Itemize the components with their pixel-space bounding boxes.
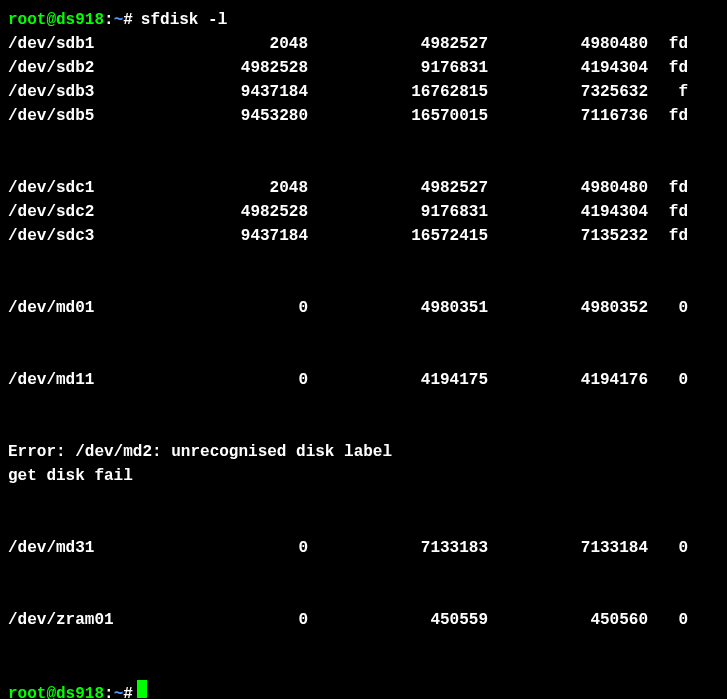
end-sector: 16570015 (308, 104, 488, 128)
sector-count: 7325632 (488, 80, 648, 104)
start-sector: 4982528 (128, 56, 308, 80)
partition-row: /dev/sdc1204849825274980480fd (8, 176, 719, 200)
error-line-2: get disk fail (8, 464, 719, 488)
sector-count: 7133184 (488, 536, 648, 560)
device-name: /dev/sdb3 (8, 80, 128, 104)
error-line-1: Error: /dev/md2: unrecognised disk label (8, 440, 719, 464)
start-sector: 0 (128, 608, 308, 632)
partition-row: /dev/sdb2498252891768314194304fd (8, 56, 719, 80)
device-name: /dev/sdc2 (8, 200, 128, 224)
sector-count: 7116736 (488, 104, 648, 128)
start-sector: 9437184 (128, 224, 308, 248)
partition-row: /dev/md310713318371331840 (8, 536, 719, 560)
end-sector: 7133183 (308, 536, 488, 560)
start-sector: 0 (128, 296, 308, 320)
partition-type: fd (648, 56, 688, 80)
partition-type: fd (648, 176, 688, 200)
device-name: /dev/md01 (8, 296, 128, 320)
partition-section-zram: /dev/zram0104505594505600 (8, 608, 719, 632)
partition-row: /dev/sdc39437184165724157135232fd (8, 224, 719, 248)
partition-row: /dev/sdb1204849825274980480fd (8, 32, 719, 56)
end-sector: 16762815 (308, 80, 488, 104)
partition-type: 0 (648, 608, 688, 632)
sector-count: 4980352 (488, 296, 648, 320)
sector-count: 4194304 (488, 56, 648, 80)
partition-type: f (648, 80, 688, 104)
sector-count: 7135232 (488, 224, 648, 248)
end-sector: 4982527 (308, 32, 488, 56)
hash: # (123, 8, 133, 32)
partition-section-md3: /dev/md310713318371331840 (8, 536, 719, 560)
partition-type: 0 (648, 368, 688, 392)
partition-section-sdc: /dev/sdc1204849825274980480fd/dev/sdc249… (8, 176, 719, 248)
end-sector: 450559 (308, 608, 488, 632)
start-sector: 2048 (128, 176, 308, 200)
end-sector: 4982527 (308, 176, 488, 200)
device-name: /dev/sdc3 (8, 224, 128, 248)
end-sector: 4194175 (308, 368, 488, 392)
partition-section-md0: /dev/md010498035149803520 (8, 296, 719, 320)
sector-count: 4194304 (488, 200, 648, 224)
path-2: ~ (114, 682, 124, 699)
partition-type: fd (648, 32, 688, 56)
user-host-2: root@ds918 (8, 682, 104, 699)
device-name: /dev/sdc1 (8, 176, 128, 200)
partition-row: /dev/sdb39437184167628157325632f (8, 80, 719, 104)
device-name: /dev/md31 (8, 536, 128, 560)
partition-type: fd (648, 200, 688, 224)
partition-type: 0 (648, 536, 688, 560)
device-name: /dev/md11 (8, 368, 128, 392)
user-host: root@ds918 (8, 8, 104, 32)
device-name: /dev/sdb5 (8, 104, 128, 128)
start-sector: 9437184 (128, 80, 308, 104)
partition-type: 0 (648, 296, 688, 320)
device-name: /dev/zram01 (8, 608, 128, 632)
colon: : (104, 8, 114, 32)
prompt-line-2[interactable]: root@ds918:~# (8, 680, 719, 699)
sector-count: 4980480 (488, 32, 648, 56)
start-sector: 0 (128, 368, 308, 392)
device-name: /dev/sdb1 (8, 32, 128, 56)
command-text: sfdisk -l (141, 8, 227, 32)
partition-row: /dev/sdc2498252891768314194304fd (8, 200, 719, 224)
start-sector: 0 (128, 536, 308, 560)
path: ~ (114, 8, 124, 32)
sector-count: 4194176 (488, 368, 648, 392)
start-sector: 2048 (128, 32, 308, 56)
start-sector: 4982528 (128, 200, 308, 224)
sector-count: 4980480 (488, 176, 648, 200)
start-sector: 9453280 (128, 104, 308, 128)
partition-type: fd (648, 224, 688, 248)
end-sector: 9176831 (308, 56, 488, 80)
end-sector: 4980351 (308, 296, 488, 320)
hash-2: # (123, 682, 133, 699)
colon-2: : (104, 682, 114, 699)
partition-row: /dev/sdb59453280165700157116736fd (8, 104, 719, 128)
partition-type: fd (648, 104, 688, 128)
cursor-icon (137, 680, 147, 698)
sector-count: 450560 (488, 608, 648, 632)
partition-row: /dev/md010498035149803520 (8, 296, 719, 320)
partition-row: /dev/md110419417541941760 (8, 368, 719, 392)
prompt-line-1: root@ds918:~# sfdisk -l (8, 8, 719, 32)
device-name: /dev/sdb2 (8, 56, 128, 80)
partition-section-md1: /dev/md110419417541941760 (8, 368, 719, 392)
partition-section-sdb: /dev/sdb1204849825274980480fd/dev/sdb249… (8, 32, 719, 128)
end-sector: 9176831 (308, 200, 488, 224)
partition-row: /dev/zram0104505594505600 (8, 608, 719, 632)
end-sector: 16572415 (308, 224, 488, 248)
